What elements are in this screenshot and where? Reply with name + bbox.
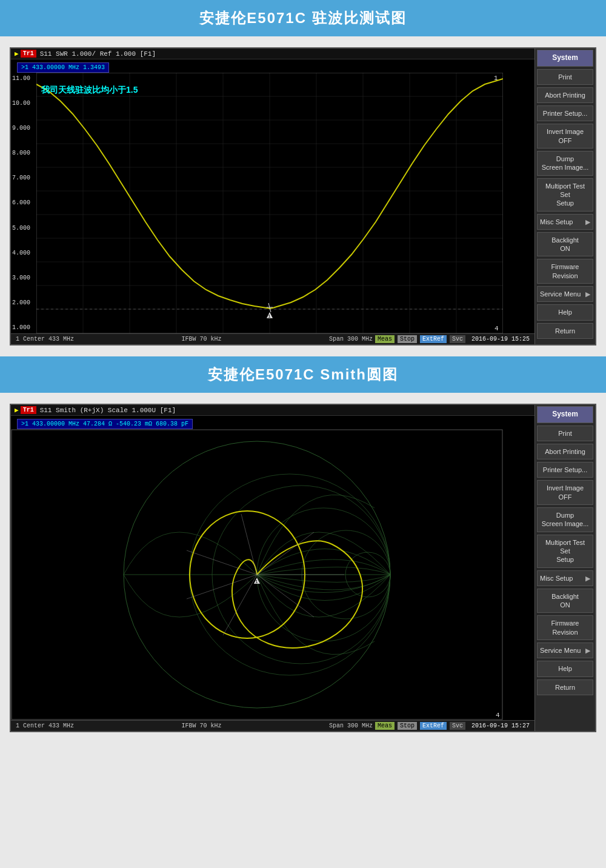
play-icon-2: ▶ [15,406,19,414]
bottom-bar-1: 1 Center 433 MHz IFBW 70 kHz Span 300 MH… [11,333,534,344]
svg-line-39 [241,514,257,575]
section1-header: 安捷伦E5071C 驻波比测试图 [0,0,606,36]
bottom-center-2: IFBW 70 kHz [181,723,221,729]
trace-info-1: S11 SWR 1.000/ Ref 1.000 [F1] [40,50,156,58]
misc-arrow-icon-2: ▶ [585,574,590,583]
svg-line-36 [257,532,314,575]
printer-setup-btn-2[interactable]: Printer Setup... [537,462,593,478]
section2-title: 安捷伦E5071C Smith圆图 [208,366,398,382]
abort-printing-btn-2[interactable]: Abort Printing [537,444,593,459]
misc-arrow-icon-1: ▶ [585,218,590,226]
trace-label-1: Tr1 [21,50,36,58]
smith-chart-svg: 1 4 [11,429,503,720]
print-btn-2[interactable]: Print [537,426,593,441]
svg-line-38 [257,575,314,617]
chart-top-bar-2: ▶ Tr1 S11 Smith (R+jX) Scale 1.000U [F1] [11,405,534,416]
datetime-2: 2016-09-19 15:27 [471,723,530,729]
trace-label-2: Tr1 [21,406,36,414]
svc-btn-2[interactable]: Svc [450,722,465,730]
smith-chart-container: 1 4 [11,429,534,720]
service-menu-btn-1[interactable]: Service Menu ▶ [537,286,593,302]
svg-line-42 [187,575,257,599]
instrument-panel-1: ▶ Tr1 S11 SWR 1.000/ Ref 1.000 [F1] >1 4… [10,47,596,346]
dump-screen-btn-2[interactable]: DumpScreen Image... [537,507,593,532]
firmware-btn-1[interactable]: FirmwareRevision [537,259,593,284]
firmware-btn-2[interactable]: FirmwareRevision [537,615,593,640]
right-menu-1: System Print Abort Printing Printer Setu… [534,48,595,344]
invert-image-btn-2[interactable]: Invert ImageOFF [537,480,593,505]
misc-setup-btn-2[interactable]: Misc Setup ▶ [537,570,593,586]
section2-header: 安捷伦E5071C Smith圆图 [0,356,606,393]
chart-area-2: ▶ Tr1 S11 Smith (R+jX) Scale 1.000U [F1]… [11,405,534,731]
multiport-btn-1[interactable]: Multiport Test SetSetup [537,178,593,212]
service-arrow-icon-2: ▶ [585,646,590,655]
system-btn-2[interactable]: System [537,406,593,423]
help-btn-1[interactable]: Help [537,304,593,320]
help-btn-2[interactable]: Help [537,661,593,676]
bottom-right-2: Span 300 MHz Meas Stop ExtRef Svc 2016-0… [329,722,530,730]
play-icon-1: ▶ [15,50,19,58]
svg-line-41 [187,550,257,575]
meas-btn-2[interactable]: Meas [375,722,395,730]
svg-text:4: 4 [496,712,500,719]
swr-chart-svg: 1 4 1 [36,73,503,333]
svg-text:1: 1 [255,579,258,584]
abort-printing-btn-1[interactable]: Abort Printing [537,87,593,103]
right-menu-2: System Print Abort Printing Printer Setu… [534,405,595,731]
bottom-right-1: Span 300 MHz Meas Stop ExtRef Svc 2016-0… [329,335,530,343]
trace-info-2: S11 Smith (R+jX) Scale 1.000U [F1] [40,407,176,414]
system-btn-1[interactable]: System [537,50,593,67]
chart-area-1: ▶ Tr1 S11 SWR 1.000/ Ref 1.000 [F1] >1 4… [11,48,534,344]
bottom-bar-2: 1 Center 433 MHz IFBW 70 kHz Span 300 MH… [11,720,534,731]
chart-top-bar-1: ▶ Tr1 S11 SWR 1.000/ Ref 1.000 [F1] [11,48,534,59]
bottom-left-1: 1 Center 433 MHz [16,336,74,342]
printer-setup-btn-1[interactable]: Printer Setup... [537,105,593,121]
backlight-btn-2[interactable]: BacklightON [537,589,593,613]
extref-btn-1[interactable]: ExtRef [420,335,447,343]
extref-btn-2[interactable]: ExtRef [420,722,447,730]
multiport-btn-2[interactable]: Multiport Test SetSetup [537,535,593,568]
return-btn-2[interactable]: Return [537,679,593,695]
print-btn-1[interactable]: Print [537,69,593,85]
service-arrow-icon-1: ▶ [585,290,590,298]
svg-text:4: 4 [494,325,499,332]
y-axis-1: 11.00 10.00 9.000 8.000 7.000 6.000 5.00… [11,73,36,333]
svg-text:1: 1 [268,313,271,319]
svg-line-40 [223,575,257,635]
bottom-left-2: 1 Center 433 MHz [16,723,74,729]
datetime-1: 2016-09-19 15:25 [471,336,530,342]
instrument-panel-2: ▶ Tr1 S11 Smith (R+jX) Scale 1.000U [F1]… [10,404,596,732]
marker-box-2: >1 433.00000 MHz 47.284 Ω -540.23 mΩ 680… [17,419,193,429]
dump-screen-btn-1[interactable]: DumpScreen Image... [537,151,593,176]
misc-setup-btn-1[interactable]: Misc Setup ▶ [537,214,593,230]
stop-btn-2[interactable]: Stop [398,722,417,730]
section1-title: 安捷伦E5071C 驻波比测试图 [199,10,406,26]
invert-image-btn-1[interactable]: Invert ImageOFF [537,124,593,149]
svc-btn-1[interactable]: Svc [450,335,465,343]
service-menu-btn-2[interactable]: Service Menu ▶ [537,643,593,658]
grid-container-1: 11.00 10.00 9.000 8.000 7.000 6.000 5.00… [11,73,534,333]
meas-btn-1[interactable]: Meas [375,335,395,343]
return-btn-1[interactable]: Return [537,323,593,339]
marker-box-1: >1 433.00000 MHz 1.3493 [17,62,109,73]
backlight-btn-1[interactable]: BacklightON [537,232,593,257]
stop-btn-1[interactable]: Stop [398,335,417,343]
bottom-center-1: IFBW 70 kHz [181,336,221,342]
